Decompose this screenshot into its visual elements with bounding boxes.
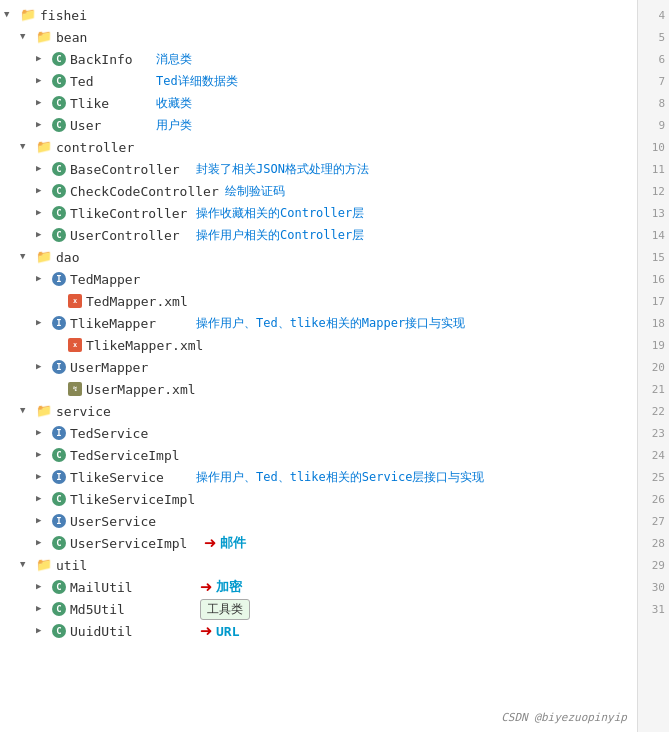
list-item[interactable]: I UserMapper [0, 356, 637, 378]
list-item[interactable]: C UserServiceImpl ➜ 邮件 [0, 532, 637, 554]
line-number: 12 [638, 180, 669, 202]
item-comment: 用户类 [156, 117, 192, 134]
list-item[interactable]: x TedMapper.xml [0, 290, 637, 312]
item-label: bean [56, 30, 116, 45]
item-label: UserServiceImpl [70, 536, 190, 551]
list-item[interactable]: C Tlike 收藏类 [0, 92, 637, 114]
expand-arrow[interactable] [36, 206, 50, 220]
line-number: 20 [638, 356, 669, 378]
expand-arrow[interactable] [36, 360, 50, 374]
list-item[interactable]: ↯ UserMapper.xml [0, 378, 637, 400]
item-label: TlikeController [70, 206, 190, 221]
line-numbers-panel: 4 5 6 7 8 9 10 11 12 13 14 15 16 17 18 1… [637, 0, 669, 732]
expand-arrow[interactable] [36, 492, 50, 506]
list-item[interactable]: I TlikeMapper 操作用户、Ted、tlike相关的Mapper接口与… [0, 312, 637, 334]
list-item[interactable]: 📁 service [0, 400, 637, 422]
item-label: BaseController [70, 162, 190, 177]
line-number: 30 [638, 576, 669, 598]
list-item[interactable]: C TedServiceImpl [0, 444, 637, 466]
item-label: TedServiceImpl [70, 448, 190, 463]
item-label: MailUtil [70, 580, 190, 595]
item-label: UuidUtil [70, 624, 190, 639]
list-item[interactable]: 📁 controller [0, 136, 637, 158]
expand-arrow[interactable] [36, 624, 50, 638]
list-item[interactable]: C BackInfo 消息类 [0, 48, 637, 70]
list-item[interactable]: I TedService [0, 422, 637, 444]
expand-arrow[interactable] [20, 140, 34, 154]
list-item[interactable]: 📁 util [0, 554, 637, 576]
list-item[interactable]: C CheckCodeController 绘制验证码 [0, 180, 637, 202]
class-badge: C [52, 162, 66, 176]
list-item[interactable]: I TedMapper [0, 268, 637, 290]
expand-arrow[interactable] [36, 316, 50, 330]
expand-arrow[interactable] [20, 558, 34, 572]
item-label: User [70, 118, 150, 133]
folder-icon: 📁 [36, 29, 52, 45]
list-item[interactable]: I TlikeService 操作用户、Ted、tlike相关的Service层… [0, 466, 637, 488]
expand-arrow[interactable] [36, 536, 50, 550]
list-item[interactable]: x TlikeMapper.xml [0, 334, 637, 356]
item-comment: 操作用户、Ted、tlike相关的Service层接口与实现 [196, 469, 484, 486]
list-item[interactable]: C Md5Util 工具类 [0, 598, 637, 620]
line-number: 11 [638, 158, 669, 180]
annotation-encrypt-label: 加密 [216, 578, 242, 596]
item-label: service [56, 404, 116, 419]
interface-badge: I [52, 360, 66, 374]
xml-badge: x [68, 294, 82, 308]
list-item[interactable]: C TlikeServiceImpl [0, 488, 637, 510]
expand-arrow[interactable] [36, 74, 50, 88]
expand-arrow[interactable] [20, 404, 34, 418]
annotation-arrow-uuid: ➜ [200, 619, 212, 643]
item-comment: Ted详细数据类 [156, 73, 238, 90]
class-badge: C [52, 206, 66, 220]
list-item[interactable]: C UuidUtil ➜ URL [0, 620, 637, 642]
expand-arrow[interactable] [36, 52, 50, 66]
item-label: TedMapper [70, 272, 190, 287]
file-tree: 📁 fishei 📁 bean C BackInfo 消息类 C Ted Ted… [0, 0, 637, 732]
item-label: util [56, 558, 116, 573]
spacer [52, 294, 66, 308]
interface-badge: I [52, 514, 66, 528]
folder-icon: 📁 [36, 139, 52, 155]
list-item[interactable]: C MailUtil ➜ 加密 [0, 576, 637, 598]
folder-icon: 📁 [36, 249, 52, 265]
expand-arrow[interactable] [4, 8, 18, 22]
expand-arrow[interactable] [36, 448, 50, 462]
line-number: 16 [638, 268, 669, 290]
class-badge: C [52, 624, 66, 638]
expand-arrow[interactable] [36, 580, 50, 594]
expand-arrow[interactable] [20, 30, 34, 44]
annotation-arrow: ➜ [204, 531, 216, 555]
item-comment: 操作用户相关的Controller层 [196, 227, 364, 244]
line-number: 23 [638, 422, 669, 444]
list-item[interactable]: 📁 dao [0, 246, 637, 268]
expand-arrow[interactable] [20, 250, 34, 264]
list-item[interactable]: C UserController 操作用户相关的Controller层 [0, 224, 637, 246]
expand-arrow[interactable] [36, 184, 50, 198]
expand-arrow[interactable] [36, 426, 50, 440]
list-item[interactable]: C TlikeController 操作收藏相关的Controller层 [0, 202, 637, 224]
item-comment: 操作用户、Ted、tlike相关的Mapper接口与实现 [196, 315, 465, 332]
list-item[interactable]: 📁 fishei [0, 4, 637, 26]
expand-arrow[interactable] [36, 272, 50, 286]
expand-arrow[interactable] [36, 118, 50, 132]
list-item[interactable]: C Ted Ted详细数据类 [0, 70, 637, 92]
item-comment: 消息类 [156, 51, 192, 68]
line-number: 29 [638, 554, 669, 576]
expand-arrow[interactable] [36, 162, 50, 176]
list-item[interactable]: C BaseController 封装了相关JSON格式处理的方法 [0, 158, 637, 180]
list-item[interactable]: 📁 bean [0, 26, 637, 48]
line-number: 4 [638, 4, 669, 26]
expand-arrow[interactable] [36, 602, 50, 616]
line-number: 8 [638, 92, 669, 114]
list-item[interactable]: C User 用户类 [0, 114, 637, 136]
expand-arrow[interactable] [36, 96, 50, 110]
class-badge: C [52, 580, 66, 594]
list-item[interactable]: I UserService [0, 510, 637, 532]
expand-arrow[interactable] [36, 470, 50, 484]
annotation-url-label: URL [216, 624, 239, 639]
expand-arrow[interactable] [36, 228, 50, 242]
annotation-arrow-mail: ➜ [200, 575, 212, 599]
line-number: 9 [638, 114, 669, 136]
expand-arrow[interactable] [36, 514, 50, 528]
